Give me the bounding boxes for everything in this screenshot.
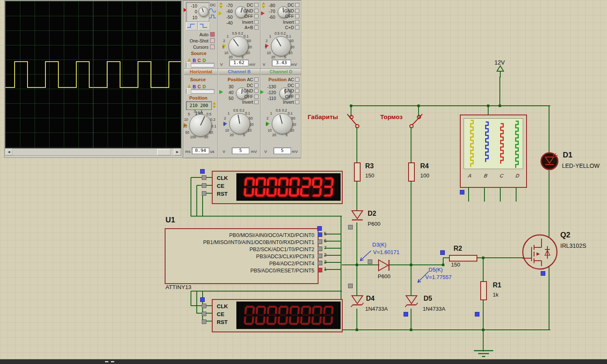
- timebase-knob[interactable]: [189, 114, 212, 137]
- zener-d5[interactable]: [405, 294, 418, 310]
- horizontal-source-slider[interactable]: [186, 89, 214, 94]
- seven-seg-digit: [300, 305, 311, 325]
- resistor-r1[interactable]: [480, 281, 487, 300]
- list-item[interactable]: D: [203, 84, 206, 89]
- list-item[interactable]: Invert: [281, 100, 299, 105]
- diode-p600[interactable]: [376, 258, 391, 272]
- channel-a-coupling[interactable]: DCGNDOFFInvertA+B: [240, 2, 258, 31]
- list-item[interactable]: DC: [240, 83, 258, 89]
- trigger-level-knob[interactable]: [198, 7, 208, 17]
- wire: [324, 248, 341, 249]
- scroll-left-icon[interactable]: ◀: [5, 149, 13, 155]
- trigger-oneshot-button[interactable]: One-Shot: [184, 38, 208, 43]
- trigger-cursors-button[interactable]: Cursors: [184, 45, 208, 50]
- trigger-oneshot-indicator[interactable]: [210, 38, 215, 43]
- position-spinner-up-icon[interactable]: [213, 102, 216, 105]
- position-spinner-down-icon[interactable]: [219, 6, 223, 8]
- knob-scale-label: 5: [242, 55, 244, 59]
- list-item[interactable]: DC: [281, 83, 299, 89]
- list-item[interactable]: D: [203, 58, 206, 63]
- trigger-auto-indicator[interactable]: [210, 32, 215, 37]
- wire: [411, 309, 411, 330]
- trigger-dc-icon[interactable]: [209, 14, 216, 19]
- list-item[interactable]: C+D: [281, 25, 299, 31]
- list-item[interactable]: Invert: [240, 100, 258, 105]
- led-d1[interactable]: [540, 152, 559, 171]
- channel-a-unit-mv: mV: [249, 62, 255, 67]
- taskbar[interactable]: [0, 359, 607, 364]
- seven-seg-display-top[interactable]: CLK CE RST: [212, 171, 343, 204]
- mosfet-q2[interactable]: [522, 234, 558, 270]
- scroll-right-icon[interactable]: ▶: [174, 149, 181, 155]
- channel-b-coupling[interactable]: ACDCGNDOFFInvert: [240, 77, 258, 105]
- zener-d4[interactable]: [351, 294, 364, 310]
- position-spinner-down-icon[interactable]: [213, 106, 216, 108]
- list-item[interactable]: OFF: [240, 14, 258, 20]
- trigger-source-slider[interactable]: [186, 63, 214, 67]
- slider-thumb[interactable]: [187, 88, 191, 95]
- trigger-rising-edge-button[interactable]: [186, 22, 198, 30]
- list-item[interactable]: A+B: [240, 25, 258, 31]
- scope-scrollbar[interactable]: ◀ ▶: [5, 148, 181, 156]
- list-item[interactable]: OFF: [240, 94, 258, 100]
- list-item[interactable]: DC: [281, 2, 299, 8]
- channel-c-gain-knob[interactable]: [271, 36, 291, 56]
- channel-d-section: Channel D Position -130-120-110 ACDCGNDO…: [260, 68, 302, 159]
- mcu-pin-state-square: [318, 247, 322, 251]
- channel-d-gain-knob[interactable]: [272, 113, 293, 134]
- diode-d2[interactable]: [351, 209, 364, 223]
- switch-tormoz[interactable]: [409, 112, 427, 131]
- resistor-r3[interactable]: [354, 162, 361, 182]
- trigger-source-label: Source: [191, 51, 206, 56]
- list-item[interactable]: B: [193, 84, 196, 89]
- list-item[interactable]: GND: [281, 8, 299, 14]
- channel-a-section: -70-60-50-40 DCGNDOFFInvertA+B 1.62 V mV…: [218, 0, 261, 70]
- analyzer-graph[interactable]: ABCD: [460, 115, 527, 188]
- probe-d5k-arrow-icon: [415, 271, 429, 284]
- mcu-attiny13[interactable]: PB0/MOSI/AIN0/OC0A/TXD/PCINT0PB1/MISO/IN…: [165, 228, 319, 284]
- knob-scale-label: 1: [201, 109, 203, 113]
- list-item[interactable]: B: [193, 58, 196, 63]
- channel-b-gain-knob[interactable]: [229, 113, 250, 134]
- r3-ref: R3: [365, 162, 374, 170]
- seven-seg-digit: [288, 177, 300, 197]
- trigger-falling-edge-button[interactable]: [198, 22, 210, 30]
- trigger-cursors-indicator[interactable]: [210, 45, 215, 49]
- resistor-r2[interactable]: [449, 255, 477, 262]
- list-item[interactable]: C: [198, 58, 201, 63]
- trigger-auto-button[interactable]: Auto: [184, 32, 208, 37]
- list-item[interactable]: OFF: [281, 94, 299, 100]
- list-item[interactable]: DC: [240, 2, 258, 8]
- d1-ref: D1: [563, 151, 572, 160]
- seven-seg-display-bottom[interactable]: CLK CE RST: [212, 299, 343, 332]
- position-spinner-down-icon[interactable]: [262, 6, 265, 8]
- position-spinner-up-icon[interactable]: [262, 2, 265, 5]
- channel-c-coupling[interactable]: DCGNDOFFInvertC+D: [281, 2, 299, 31]
- list-item[interactable]: C: [198, 84, 201, 89]
- list-item[interactable]: AC: [240, 77, 258, 83]
- list-item[interactable]: OFF: [281, 14, 299, 20]
- position-spinner-up-icon[interactable]: [219, 2, 223, 5]
- r1-value: 1k: [493, 292, 499, 298]
- trigger-level-dial[interactable]: -10010: [186, 2, 209, 22]
- list-item[interactable]: GND: [240, 88, 258, 94]
- scrollbar-thumb[interactable]: [157, 149, 171, 155]
- resistor-r4[interactable]: [408, 162, 415, 182]
- list-item[interactable]: Invert: [240, 20, 258, 25]
- list-item[interactable]: AC: [281, 77, 299, 83]
- switch-gabarity[interactable]: [346, 112, 365, 131]
- seven-seg-digit: [322, 177, 334, 197]
- slider-thumb[interactable]: [187, 62, 191, 69]
- list-item[interactable]: GND: [281, 88, 299, 94]
- list-item[interactable]: Invert: [281, 20, 299, 25]
- trigger-ac-icon[interactable]: [209, 7, 216, 13]
- taskbar-mark: [105, 361, 108, 362]
- channel-c-unit-v: V: [263, 62, 265, 67]
- channel-d-coupling[interactable]: ACDCGNDOFFInvert: [281, 77, 299, 105]
- mcu-pin-state-square: [318, 268, 322, 272]
- channel-c-position-values: -80-70-60: [265, 2, 275, 20]
- list-item[interactable]: GND: [240, 8, 258, 14]
- gray-marker: [202, 175, 206, 180]
- channel-a-gain-knob[interactable]: [228, 36, 248, 56]
- channel-a-unit-v: V: [220, 62, 223, 67]
